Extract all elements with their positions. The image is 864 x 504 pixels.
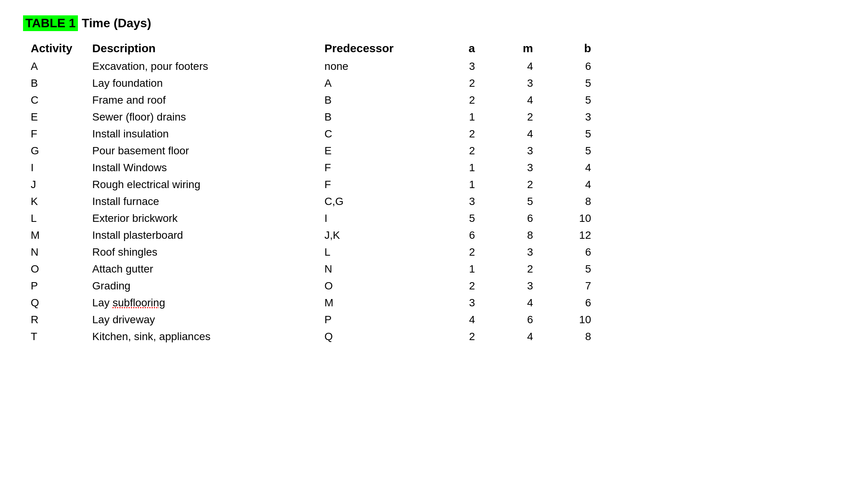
table-row: TKitchen, sink, appliancesQ248 [23,328,599,345]
col-header-activity: Activity [23,39,84,58]
table-row: KInstall furnaceC,G358 [23,193,599,210]
cell-m: 4 [482,92,540,109]
cell-a: 3 [425,193,482,210]
cell-description: Frame and roof [84,92,317,109]
cell-description: Pour basement floor [84,142,317,159]
cell-description: Install plasterboard [84,227,317,244]
cell-description: Lay driveway [84,311,317,328]
cell-predecessor: C,G [317,193,425,210]
cell-m: 3 [482,142,540,159]
cell-m: 5 [482,193,540,210]
cell-m: 4 [482,126,540,142]
cell-a: 3 [425,58,482,75]
cell-b: 6 [541,244,599,261]
cell-predecessor: none [317,58,425,75]
cell-activity: R [23,311,84,328]
cell-m: 2 [482,261,540,278]
cell-a: 2 [425,278,482,294]
cell-predecessor: M [317,294,425,311]
cell-predecessor: I [317,210,425,227]
cell-predecessor: N [317,261,425,278]
cell-activity: E [23,109,84,126]
cell-m: 4 [482,58,540,75]
cell-m: 8 [482,227,540,244]
table-row: FInstall insulationC245 [23,126,599,142]
table-row: MInstall plasterboardJ,K6812 [23,227,599,244]
table-row: LExterior brickworkI5610 [23,210,599,227]
cell-a: 5 [425,210,482,227]
cell-activity: A [23,58,84,75]
cell-predecessor: A [317,75,425,92]
cell-a: 1 [425,109,482,126]
table-subtitle: Time (Days) [82,16,151,30]
col-header-b: b [541,39,599,58]
cell-b: 6 [541,294,599,311]
cell-description: Install insulation [84,126,317,142]
cell-description: Exterior brickwork [84,210,317,227]
col-header-a: a [425,39,482,58]
cell-m: 2 [482,176,540,193]
cell-b: 5 [541,75,599,92]
cell-b: 4 [541,176,599,193]
col-header-description: Description [84,39,317,58]
cell-b: 5 [541,92,599,109]
cell-a: 1 [425,261,482,278]
cell-predecessor: B [317,92,425,109]
cell-description: Lay subflooring [84,294,317,311]
cell-description: Roof shingles [84,244,317,261]
cell-predecessor: E [317,142,425,159]
table-row: NRoof shinglesL236 [23,244,599,261]
cell-activity: N [23,244,84,261]
cell-b: 8 [541,328,599,345]
cell-description: Rough electrical wiring [84,176,317,193]
cell-b: 3 [541,109,599,126]
cell-predecessor: B [317,109,425,126]
cell-activity: L [23,210,84,227]
cell-b: 5 [541,142,599,159]
cell-b: 4 [541,159,599,176]
table-row: OAttach gutterN125 [23,261,599,278]
cell-activity: O [23,261,84,278]
cell-predecessor: Q [317,328,425,345]
cell-m: 6 [482,311,540,328]
table-row: ESewer (floor) drainsB123 [23,109,599,126]
page-header: TABLE 1 Time (Days) [23,15,841,31]
cell-m: 4 [482,328,540,345]
cell-description: Sewer (floor) drains [84,109,317,126]
cell-activity: P [23,278,84,294]
table-row: GPour basement floorE235 [23,142,599,159]
cell-a: 2 [425,328,482,345]
cell-b: 10 [541,311,599,328]
cell-a: 1 [425,176,482,193]
activity-table: Activity Description Predecessor a m b A… [23,39,599,345]
cell-m: 3 [482,244,540,261]
cell-predecessor: F [317,159,425,176]
cell-b: 6 [541,58,599,75]
cell-a: 3 [425,294,482,311]
table-header-row: Activity Description Predecessor a m b [23,39,599,58]
table-row: AExcavation, pour footersnone346 [23,58,599,75]
cell-description: Lay foundation [84,75,317,92]
cell-activity: C [23,92,84,109]
cell-activity: T [23,328,84,345]
cell-a: 1 [425,159,482,176]
cell-m: 4 [482,294,540,311]
table-row: IInstall WindowsF134 [23,159,599,176]
cell-a: 4 [425,311,482,328]
cell-a: 2 [425,142,482,159]
cell-a: 2 [425,244,482,261]
table-row: QLay subflooringM346 [23,294,599,311]
cell-activity: F [23,126,84,142]
cell-a: 2 [425,126,482,142]
table-row: CFrame and roofB245 [23,92,599,109]
cell-description: Grading [84,278,317,294]
cell-description: Kitchen, sink, appliances [84,328,317,345]
cell-a: 2 [425,92,482,109]
cell-m: 3 [482,159,540,176]
cell-predecessor: F [317,176,425,193]
cell-predecessor: O [317,278,425,294]
cell-activity: J [23,176,84,193]
cell-b: 10 [541,210,599,227]
cell-activity: B [23,75,84,92]
cell-a: 2 [425,75,482,92]
